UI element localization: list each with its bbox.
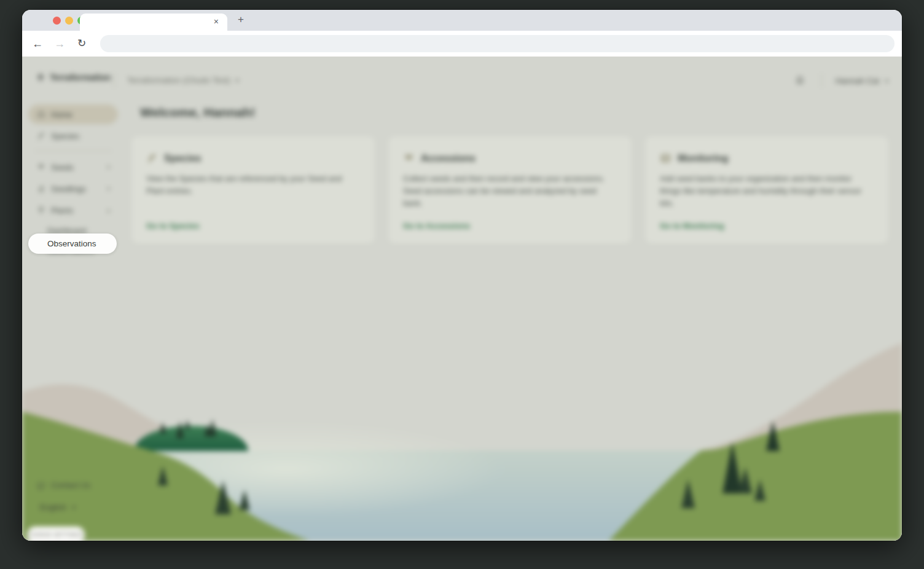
card-description: Collect seeds and then record and view y… (403, 173, 617, 210)
sidebar-item-home[interactable]: Home (28, 104, 118, 124)
browser-tab-bar: × + (22, 10, 902, 31)
monitoring-card: Monitoring Add seed banks to your organi… (645, 136, 888, 244)
chevron-up-icon[interactable]: ▴ (107, 207, 110, 213)
organization-name: Terraformation (Chudo Test) (127, 76, 230, 85)
dashboard-cards: Species View the Species that are refere… (131, 136, 888, 244)
tab-close-icon[interactable]: × (214, 17, 219, 26)
plants-icon (37, 206, 45, 214)
chevron-down-icon[interactable]: ▾ (107, 164, 110, 170)
address-bar[interactable] (100, 35, 895, 52)
browser-window: × + ← → ↻ Terraformation (22, 10, 902, 541)
contact-us-label: Contact Us (51, 481, 90, 490)
browser-tab[interactable]: × (80, 14, 227, 31)
sidebar-item-label: Home (51, 110, 72, 119)
card-title: Monitoring (678, 153, 729, 164)
go-to-species-link[interactable]: Go to Species (146, 221, 200, 230)
chat-icon (37, 481, 45, 490)
back-icon[interactable]: ← (29, 36, 45, 52)
page-title: Welcome, Hannah! (140, 105, 255, 120)
accessions-card: Accessions Collect seeds and then record… (388, 136, 632, 244)
app-header: Terraformation Terraformation (Chudo Tes… (22, 57, 902, 104)
logo-wordmark: Terraformation (50, 73, 111, 82)
reload-icon[interactable]: ↻ (74, 36, 90, 52)
seeds-icon (37, 163, 45, 171)
minimize-button[interactable] (65, 17, 73, 25)
sidebar-item-label: Seedlings (51, 184, 86, 194)
card-title: Accessions (421, 153, 476, 164)
organization-selector[interactable]: Terraformation (Chudo Test) ▾ (127, 76, 239, 85)
go-to-accessions-link[interactable]: Go to Accessions (403, 221, 470, 230)
sidebar-item-seedlings[interactable]: Seedlings ▾ (28, 179, 118, 198)
sidebar-item-observations[interactable]: Observations (28, 233, 117, 254)
species-icon (37, 131, 45, 140)
chevron-down-icon[interactable]: ▾ (107, 186, 110, 192)
chevron-down-icon: ▾ (885, 77, 888, 84)
language-label: English (40, 503, 66, 512)
seedlings-icon (37, 184, 45, 193)
app-viewport: Terraformation Terraformation (Chudo Tes… (22, 57, 902, 541)
branch-icon (146, 152, 158, 164)
user-menu[interactable]: Hannah Cai ▾ (836, 76, 888, 85)
contact-us-link[interactable]: Contact Us (37, 481, 90, 490)
card-title: Species (164, 153, 201, 164)
language-selector[interactable]: English ▾ (40, 503, 76, 512)
card-description: Add seed banks to your organization and … (660, 173, 874, 210)
terraformation-logo-icon (36, 73, 45, 82)
species-card: Species View the Species that are refere… (131, 136, 375, 244)
sidebar-item-seeds[interactable]: Seeds ▾ (28, 157, 118, 177)
cookie-settings-button[interactable]: COOKIE SETTINGS (27, 527, 85, 541)
forward-icon[interactable]: → (52, 36, 68, 52)
seeds-icon (403, 152, 415, 164)
go-to-monitoring-link[interactable]: Go to Monitoring (660, 221, 724, 230)
terraformation-logo[interactable]: Terraformation (36, 73, 111, 82)
sidebar-item-plants[interactable]: Plants ▴ (28, 200, 118, 220)
user-name: Hannah Cai (836, 76, 879, 85)
sidebar-item-label: Species (51, 131, 79, 141)
sidebar-item-label: Seeds (51, 163, 74, 172)
sidebar-item-species[interactable]: Species (28, 126, 118, 146)
chevron-down-icon: ▾ (236, 77, 239, 84)
sidebar-item-label: Plants (51, 206, 73, 215)
new-tab-button[interactable]: + (233, 12, 248, 27)
bell-icon (795, 76, 805, 85)
notifications-button[interactable] (792, 73, 808, 88)
home-icon (37, 110, 45, 119)
sensor-device-icon (660, 152, 671, 164)
header-divider (821, 73, 822, 88)
chevron-down-icon: ▾ (72, 504, 76, 511)
sidebar-divider (34, 151, 112, 151)
browser-toolbar: ← → ↻ (22, 31, 902, 57)
header-divider (114, 73, 114, 88)
landscape-illustration (22, 320, 902, 541)
close-button[interactable] (53, 17, 61, 25)
card-description: View the Species that are referenced by … (146, 173, 360, 197)
